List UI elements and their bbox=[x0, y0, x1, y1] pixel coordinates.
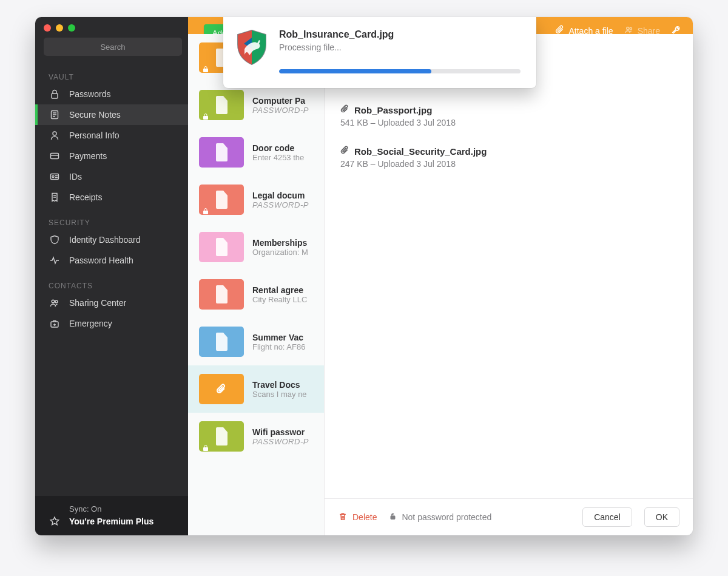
zoom-window-button[interactable] bbox=[68, 24, 75, 32]
toast-filename: Rob_Insurance_Card.jpg bbox=[279, 29, 521, 40]
sidebar-footer: Sync: On You're Premium Plus bbox=[35, 496, 188, 535]
window-controls bbox=[44, 24, 75, 32]
paperclip-icon bbox=[340, 146, 349, 157]
sidebar-item-secure-notes[interactable]: Secure Notes bbox=[35, 104, 188, 125]
notes-list[interactable]: PASSWORD-PComputer PaPASSWORD-PDoor code… bbox=[188, 34, 325, 535]
detail-footer: Delete Not password protected Cancel OK bbox=[325, 498, 693, 535]
sidebar-item-label: Sharing Center bbox=[69, 298, 126, 308]
ok-button[interactable]: OK bbox=[644, 507, 679, 527]
premium-label: You're Premium Plus bbox=[69, 517, 153, 526]
note-subtitle: City Realty LLC bbox=[252, 295, 307, 304]
paperclip-icon bbox=[340, 104, 349, 115]
card-icon bbox=[49, 151, 61, 161]
note-subtitle: Organization: M bbox=[252, 248, 308, 257]
note-subtitle: PASSWORD-P bbox=[252, 200, 309, 209]
note-thumb bbox=[199, 421, 244, 452]
toast-progressbar bbox=[279, 69, 521, 73]
sidebar-item-receipts[interactable]: Receipts bbox=[35, 187, 188, 208]
sidebar-item-label: Emergency bbox=[69, 319, 112, 328]
sidebar-item-emergency[interactable]: Emergency bbox=[35, 313, 188, 334]
sidebar-item-password-health[interactable]: Password Health bbox=[35, 250, 188, 271]
note-item[interactable]: Wifi passworPASSWORD-P bbox=[188, 413, 324, 460]
note-item[interactable]: Travel DocsScans I may ne bbox=[188, 365, 324, 413]
note-subtitle: PASSWORD-P bbox=[252, 437, 309, 446]
note-subtitle: Scans I may ne bbox=[252, 390, 307, 399]
attachment-meta: 247 KB – Uploaded 3 Jul 2018 bbox=[340, 159, 677, 169]
attachment-name: Rob_Social_Security_Card.jpg bbox=[354, 146, 487, 157]
note-item[interactable]: Door codeEnter 4253 the bbox=[188, 129, 324, 176]
lock-icon bbox=[203, 206, 209, 212]
attachment-item[interactable]: Rob_Passport.jpg541 KB – Uploaded 3 Jul … bbox=[340, 104, 677, 127]
receipt-icon bbox=[49, 192, 61, 203]
sidebar-item-ids[interactable]: IDs bbox=[35, 166, 188, 187]
sidebar: VAULT PasswordsSecure NotesPersonal Info… bbox=[35, 17, 188, 535]
note-subtitle: Enter 4253 the bbox=[252, 153, 304, 162]
note-item[interactable]: Legal documPASSWORD-P bbox=[188, 176, 324, 223]
sidebar-item-label: Identity Dashboard bbox=[69, 235, 141, 245]
sidebar-item-label: Receipts bbox=[69, 192, 102, 202]
note-item[interactable]: Summer VacFlight no: AF86 bbox=[188, 318, 324, 365]
pulse-icon bbox=[49, 255, 61, 266]
shield-icon bbox=[49, 234, 61, 245]
note-title: Wifi passwor bbox=[252, 427, 309, 437]
note-title: Door code bbox=[252, 143, 304, 153]
note-title: Summer Vac bbox=[252, 333, 305, 342]
sidebar-item-label: Secure Notes bbox=[69, 110, 121, 120]
lock-icon bbox=[203, 111, 209, 117]
sidebar-item-label: IDs bbox=[69, 172, 82, 181]
delete-button[interactable]: Delete bbox=[338, 512, 377, 523]
person-icon bbox=[49, 130, 61, 141]
premium-status[interactable]: You're Premium Plus bbox=[49, 516, 188, 527]
detail-pane: Rob_Passport.jpg541 KB – Uploaded 3 Jul … bbox=[325, 34, 693, 535]
note-subtitle: Flight no: AF86 bbox=[252, 342, 305, 351]
sidebar-section-contacts: CONTACTS bbox=[35, 271, 188, 293]
note-item[interactable]: MembershipsOrganization: M bbox=[188, 223, 324, 271]
sidebar-item-payments[interactable]: Payments bbox=[35, 146, 188, 166]
sidebar-section-security: SECURITY bbox=[35, 208, 188, 229]
note-title: Memberships bbox=[252, 238, 308, 248]
attachment-item[interactable]: Rob_Social_Security_Card.jpg247 KB – Upl… bbox=[340, 146, 677, 169]
sidebar-item-personal-info[interactable]: Personal Info bbox=[35, 125, 188, 146]
sidebar-item-sharing-center[interactable]: Sharing Center bbox=[35, 293, 188, 313]
attachment-meta: 541 KB – Uploaded 3 Jul 2018 bbox=[340, 118, 677, 127]
note-thumb bbox=[199, 374, 244, 404]
sync-status: Sync: On bbox=[69, 504, 188, 513]
lock-icon bbox=[49, 89, 61, 100]
note-thumb bbox=[199, 232, 244, 262]
cancel-button[interactable]: Cancel bbox=[582, 507, 632, 527]
note-title: Rental agree bbox=[252, 285, 307, 295]
note-thumb bbox=[199, 327, 244, 357]
sidebar-item-label: Personal Info bbox=[69, 130, 120, 140]
sidebar-search-input[interactable] bbox=[44, 38, 182, 56]
note-title: Legal docum bbox=[252, 191, 309, 200]
close-window-button[interactable] bbox=[44, 24, 51, 32]
kit-icon bbox=[49, 318, 61, 329]
note-thumb bbox=[199, 90, 244, 120]
sidebar-section-vault: VAULT bbox=[35, 62, 188, 84]
main-area: Add new Attach a file Share bbox=[188, 17, 693, 535]
note-thumb bbox=[199, 279, 244, 310]
note-item[interactable]: Rental agreeCity Realty LLC bbox=[188, 271, 324, 318]
star-icon bbox=[49, 516, 61, 527]
id-icon bbox=[49, 171, 61, 182]
attachment-name: Rob_Passport.jpg bbox=[354, 105, 432, 115]
note-title: Travel Docs bbox=[252, 380, 307, 390]
upload-toast: Rob_Insurance_Card.jpg Processing file..… bbox=[223, 17, 536, 88]
sidebar-item-passwords[interactable]: Passwords bbox=[35, 84, 188, 104]
sidebar-item-label: Passwords bbox=[69, 89, 110, 99]
lock-icon bbox=[203, 64, 209, 70]
sidebar-item-label: Payments bbox=[69, 151, 107, 161]
app-shield-icon bbox=[235, 29, 268, 66]
people-icon bbox=[49, 297, 61, 308]
note-subtitle: PASSWORD-P bbox=[252, 106, 309, 115]
note-title: Computer Pa bbox=[252, 96, 309, 106]
sidebar-item-identity-dashboard[interactable]: Identity Dashboard bbox=[35, 229, 188, 250]
app-window: VAULT PasswordsSecure NotesPersonal Info… bbox=[35, 17, 693, 535]
trash-icon bbox=[338, 512, 348, 523]
minimize-window-button[interactable] bbox=[56, 24, 63, 32]
lock-icon bbox=[203, 442, 209, 449]
toast-status: Processing file... bbox=[279, 42, 521, 52]
note-icon bbox=[49, 109, 61, 120]
note-thumb bbox=[199, 137, 244, 168]
note-item[interactable]: Computer PaPASSWORD-P bbox=[188, 81, 324, 129]
